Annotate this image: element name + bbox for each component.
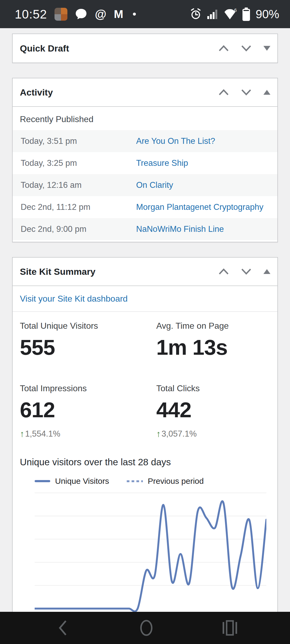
messages-bubble-icon — [75, 8, 87, 20]
stat-unique-visitors: Total Unique Visitors 555 — [20, 321, 156, 360]
svg-text:6: 6 — [234, 8, 237, 13]
post-link[interactable]: Are You On The List? — [136, 136, 215, 146]
site-kit-header[interactable]: Site Kit Summary — [13, 258, 277, 286]
legend-label: Previous period — [148, 477, 204, 486]
stat-avg-time: Avg. Time on Page 1m 13s — [156, 321, 270, 360]
legend-label: Unique Visitors — [55, 477, 109, 486]
panel-title: Quick Draft — [20, 43, 69, 54]
android-navigation-bar — [0, 612, 290, 644]
quick-draft-header[interactable]: Quick Draft — [13, 34, 277, 63]
cellular-signal-icon — [207, 9, 219, 20]
threads-icon: @ — [95, 8, 106, 20]
recents-button[interactable] — [214, 612, 246, 644]
legend-dashed-line-swatch — [127, 480, 143, 482]
site-kit-summary-panel: Site Kit Summary Visit your Site Kit das… — [12, 257, 278, 614]
stat-change: ↑ 1,554.1% — [20, 429, 156, 439]
up-arrow-icon: ↑ — [156, 429, 161, 439]
up-arrow-icon: ↑ — [20, 429, 24, 439]
stat-label: Total Impressions — [20, 383, 156, 393]
stat-clicks: Total Clicks 442 ↑ 3,057.1% — [156, 383, 270, 439]
recents-icon — [221, 619, 239, 636]
post-date: Today, 12:16 am — [21, 180, 136, 190]
site-kit-stats-grid: Total Unique Visitors 555 Avg. Time on P… — [13, 312, 277, 439]
wifi-icon: 6 — [223, 8, 237, 20]
back-button[interactable] — [47, 612, 79, 644]
stat-change: ↑ 3,057.1% — [156, 429, 270, 439]
published-post-row: Dec 2nd, 11:12 pm Morgan Plantagenet Cry… — [13, 196, 277, 218]
legend-solid-line-swatch — [35, 480, 50, 482]
chart-legend: Unique Visitors Previous period — [35, 476, 277, 486]
overflow-dot-icon — [133, 13, 136, 16]
collapse-toggle-icon[interactable] — [263, 269, 270, 274]
chart-heading: Unique visitors over the last 28 days — [13, 456, 277, 468]
stat-label: Total Clicks — [156, 383, 270, 393]
move-down-icon[interactable] — [241, 89, 252, 96]
dashboard-content: Quick Draft Activity Recently Published … — [0, 28, 290, 614]
move-up-icon[interactable] — [218, 45, 229, 52]
home-button[interactable] — [130, 612, 162, 644]
stat-value: 1m 13s — [156, 335, 270, 360]
move-down-icon[interactable] — [241, 45, 252, 52]
published-post-row: Dec 2nd, 9:00 pm NaNoWriMo Finish Line — [13, 218, 277, 240]
status-bar: 10:52 @ M 6 90% — [0, 0, 290, 28]
post-date: Dec 2nd, 11:12 pm — [21, 202, 136, 212]
activity-panel: Activity Recently Published Today, 3:51 … — [12, 78, 278, 242]
post-date: Today, 3:25 pm — [21, 158, 136, 168]
collapse-toggle-icon[interactable] — [263, 90, 270, 95]
post-link[interactable]: NaNoWriMo Finish Line — [136, 224, 224, 234]
alarm-clock-icon — [190, 8, 202, 20]
collapse-toggle-icon[interactable] — [263, 46, 270, 51]
stat-value: 555 — [20, 335, 156, 360]
site-kit-dashboard-link[interactable]: Visit your Site Kit dashboard — [20, 294, 128, 304]
quick-draft-panel: Quick Draft — [12, 34, 278, 63]
published-post-row: Today, 12:16 am On Clarity — [13, 174, 277, 196]
published-post-row: Today, 3:51 pm Are You On The List? — [13, 130, 277, 152]
change-percent: 3,057.1% — [162, 429, 197, 439]
gmail-icon: M — [114, 9, 123, 20]
site-kit-dashboard-link-row: Visit your Site Kit dashboard — [13, 286, 277, 312]
stat-value: 442 — [156, 397, 270, 423]
post-date: Dec 2nd, 9:00 pm — [21, 224, 136, 234]
stat-impressions: Total Impressions 612 ↑ 1,554.1% — [20, 383, 156, 439]
visitors-line-chart — [35, 488, 266, 614]
battery-percent: 90% — [256, 8, 279, 21]
recently-published-list: Today, 3:51 pm Are You On The List? Toda… — [13, 130, 277, 242]
photo-notification-icon — [55, 8, 67, 21]
move-up-icon[interactable] — [218, 268, 229, 275]
clock-time: 10:52 — [15, 7, 47, 21]
stat-label: Avg. Time on Page — [156, 321, 270, 331]
change-percent: 1,554.1% — [25, 429, 60, 439]
activity-header[interactable]: Activity — [13, 78, 277, 107]
stat-value: 612 — [20, 397, 156, 423]
panel-title: Site Kit Summary — [20, 266, 96, 277]
stat-label: Total Unique Visitors — [20, 321, 156, 331]
post-date: Today, 3:51 pm — [21, 136, 136, 146]
recently-published-heading: Recently Published — [13, 107, 277, 130]
battery-icon — [242, 7, 251, 21]
published-post-row: Today, 3:25 pm Treasure Ship — [13, 152, 277, 174]
move-down-icon[interactable] — [241, 268, 252, 275]
move-up-icon[interactable] — [218, 89, 229, 96]
post-link[interactable]: Morgan Plantagenet Cryptography — [136, 202, 263, 212]
back-chevron-icon — [57, 619, 69, 636]
post-link[interactable]: Treasure Ship — [136, 158, 188, 168]
panel-title: Activity — [20, 87, 53, 98]
home-circle-icon — [139, 619, 153, 637]
post-link[interactable]: On Clarity — [136, 180, 173, 190]
